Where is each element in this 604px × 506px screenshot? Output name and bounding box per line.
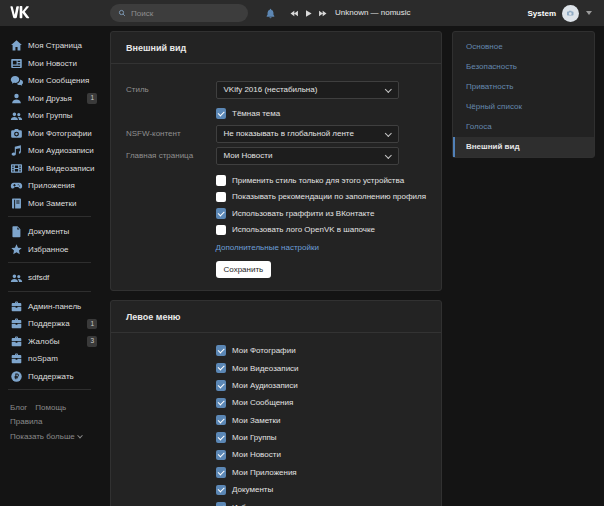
now-playing-title[interactable]: Unknown — nomusic	[335, 0, 411, 26]
sidebar-item-badge: 1	[87, 319, 97, 330]
save-button[interactable]: Сохранить	[216, 261, 272, 278]
settings-menu-item[interactable]: Приватность	[453, 77, 594, 97]
left-menu-checkbox-row[interactable]: Мои Фотографии	[216, 345, 427, 356]
option-checkbox[interactable]	[216, 225, 227, 236]
settings-menu-item[interactable]: Основное	[453, 37, 594, 57]
left-menu-checkbox[interactable]	[216, 345, 227, 356]
left-menu-checkbox-row[interactable]: Мои Видеозаписи	[216, 363, 427, 374]
people-icon	[10, 271, 23, 284]
vk-logo[interactable]	[10, 6, 33, 19]
sidebar-item[interactable]: Мои Новости	[0, 55, 104, 73]
player-next-icon[interactable]	[318, 9, 328, 18]
search-icon	[118, 9, 126, 17]
sidebar-item[interactable]: Мои Друзья 1	[0, 90, 104, 108]
sidebar-item[interactable]: Мои Сообщения	[0, 72, 104, 90]
sidebar-item-label: Мои Фотографии	[28, 129, 92, 138]
left-menu-checkbox-row[interactable]: Мои Группы	[216, 432, 427, 443]
left-menu-checkbox-row[interactable]: Мои Заметки	[216, 415, 427, 426]
chevron-down-icon	[385, 152, 391, 158]
chevron-down-icon	[77, 432, 83, 438]
left-menu-card: Левое меню Мои Фотографии Мои Видеозапис…	[110, 300, 442, 506]
left-menu-checkbox[interactable]	[216, 398, 227, 409]
left-menu-checkbox-row[interactable]: Мои Аудиозаписи	[216, 380, 427, 391]
nsfw-select[interactable]: Не показывать в глобальной ленте	[216, 125, 399, 143]
left-menu-checkbox[interactable]	[216, 502, 227, 506]
settings-menu-item[interactable]: Безопасность	[453, 57, 594, 77]
option-checkbox-row[interactable]: Применить стиль только для этого устройс…	[216, 175, 427, 186]
settings-menu-item[interactable]: Голоса	[453, 117, 594, 137]
dark-theme-checkbox[interactable]	[216, 108, 227, 119]
sidebar-item[interactable]: noSpam	[0, 350, 104, 368]
option-checkbox[interactable]	[216, 175, 227, 186]
option-checkbox-row[interactable]: Использовать граффити из ВКонтакте	[216, 208, 427, 219]
star-icon	[10, 243, 23, 256]
sidebar-item[interactable]: Мои Аудиозаписи	[0, 142, 104, 160]
show-more-link[interactable]: Показать больше	[0, 430, 104, 444]
left-menu-checkbox-row[interactable]: Избранное	[216, 502, 427, 506]
homepage-select[interactable]: Мои Новости	[216, 147, 399, 165]
sidebar-item[interactable]: Мои Видеозаписи	[0, 160, 104, 178]
sidebar-item-label: Моя Страница	[28, 41, 82, 50]
sidebar-item[interactable]: Избранное	[0, 241, 104, 259]
sidebar-item[interactable]: Моя Страница	[0, 37, 104, 55]
sidebar-user-group: sdfsdf	[0, 269, 104, 287]
left-menu-card-title: Левое меню	[111, 301, 441, 333]
option-checkbox-row[interactable]: Использовать лого OpenVK в шапочке	[216, 225, 427, 236]
sidebar-item[interactable]: Админ-панель	[0, 298, 104, 316]
footer-link[interactable]: Правила	[10, 415, 42, 429]
footer-link[interactable]: Помощь	[35, 401, 66, 415]
sidebar-item-badge: 3	[87, 336, 97, 347]
left-menu-checkbox[interactable]	[216, 485, 227, 496]
left-menu-checkbox-row[interactable]: Мои Приложения	[216, 467, 427, 478]
briefcase-icon	[10, 317, 23, 330]
sidebar-item-label: noSpam	[28, 354, 58, 363]
left-menu-checkbox[interactable]	[216, 415, 227, 426]
people-icon	[10, 109, 23, 122]
player-previous-icon[interactable]	[289, 9, 299, 18]
left-menu-checkbox-row[interactable]: Документы	[216, 485, 427, 496]
settings-menu-item[interactable]: Чёрный список	[453, 97, 594, 117]
left-menu-checkbox[interactable]	[216, 380, 227, 391]
sidebar-item-label: Мои Заметки	[28, 199, 77, 208]
notes-icon	[10, 197, 23, 210]
option-checkbox[interactable]	[216, 208, 227, 219]
person-icon	[10, 92, 23, 105]
sidebar-item[interactable]: Поддержать	[0, 368, 104, 386]
sidebar-item[interactable]: Жалобы 3	[0, 333, 104, 351]
user-name: System	[528, 9, 556, 18]
player-play-icon[interactable]	[304, 9, 313, 18]
sidebar-item[interactable]: Мои Фотографии	[0, 125, 104, 143]
sidebar-item-label: Жалобы	[28, 337, 59, 346]
sidebar-item[interactable]: Мои Заметки	[0, 195, 104, 213]
sidebar-item-label: Админ-панель	[28, 302, 81, 311]
left-menu-checkbox[interactable]	[216, 450, 227, 461]
option-checkbox-row[interactable]: Показывать рекомендации по заполнению пр…	[216, 192, 427, 203]
chevron-down-icon	[385, 86, 391, 92]
chevron-down-icon	[586, 11, 592, 15]
sidebar-item-badge: 1	[87, 93, 97, 104]
option-checkbox[interactable]	[216, 192, 227, 203]
user-menu[interactable]: System	[528, 0, 592, 26]
sidebar-item[interactable]: Документы	[0, 223, 104, 241]
sidebar-item-label: Поддержать	[28, 372, 74, 381]
footer-link[interactable]: Блог	[10, 401, 27, 415]
style-select[interactable]: VKify 2016 (нестабильна)	[216, 81, 399, 99]
sidebar-item[interactable]: sdfsdf	[0, 269, 104, 287]
sidebar-divider	[8, 389, 91, 390]
left-menu-checkbox[interactable]	[216, 467, 227, 478]
sidebar-item[interactable]: Приложения	[0, 177, 104, 195]
sidebar-secondary-group: Документы Избранное	[0, 223, 104, 258]
advanced-settings-link[interactable]: Дополнительные настройки	[216, 243, 319, 252]
left-menu-checkbox[interactable]	[216, 432, 227, 443]
dark-theme-checkbox-row[interactable]: Тёмная тема	[216, 108, 427, 119]
left-menu-checkbox[interactable]	[216, 363, 227, 374]
notifications-bell-icon[interactable]	[265, 8, 276, 19]
camera-icon	[10, 127, 23, 140]
home-icon	[10, 39, 23, 52]
sidebar-item[interactable]: Поддержка 1	[0, 315, 104, 333]
search-input[interactable]	[131, 9, 240, 18]
sidebar-item[interactable]: Мои Группы	[0, 107, 104, 125]
settings-menu-item[interactable]: Внешний вид	[453, 137, 594, 157]
left-menu-checkbox-row[interactable]: Мои Сообщения	[216, 398, 427, 409]
left-menu-checkbox-row[interactable]: Мои Новости	[216, 450, 427, 461]
